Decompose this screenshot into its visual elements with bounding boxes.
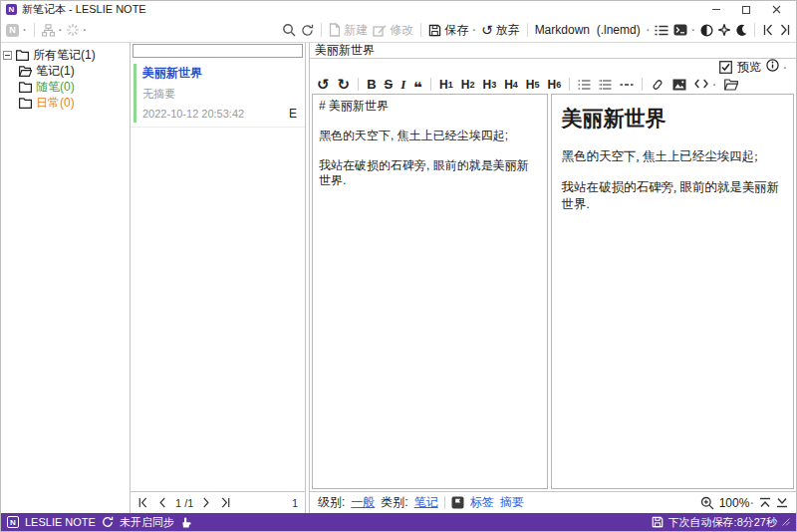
note-item-summary: 无摘要 — [142, 87, 297, 102]
image-icon[interactable] — [672, 79, 686, 91]
notebook-structure-button[interactable] — [42, 24, 63, 37]
markdown-preview: 美丽新世界 黑色的天空下, 焦土上已经尘埃四起; 我站在破损的石碑旁, 眼前的就… — [551, 94, 795, 489]
statusbar-right: 下次自动保存:8分27秒 — [652, 515, 790, 530]
new-note-button[interactable]: 新建 — [329, 22, 368, 39]
previous-page-icon[interactable] — [157, 497, 166, 508]
category-value-link[interactable]: 笔记 — [414, 494, 438, 511]
tree-item-label: 所有笔记(1) — [33, 47, 96, 64]
info-icon — [766, 59, 779, 72]
maximize-icon — [742, 6, 750, 14]
tree-item-all-notes[interactable]: 所有笔记(1) — [1, 47, 130, 63]
refresh-tree-button[interactable] — [67, 24, 87, 36]
md-h6-button[interactable]: H6 — [548, 78, 562, 92]
maximize-button[interactable] — [731, 2, 761, 18]
pin-icon — [718, 24, 730, 36]
editor-zoom-controls: 100% — [700, 496, 788, 510]
search-button[interactable] — [282, 23, 296, 37]
toolbar-separator — [34, 23, 35, 37]
note-list-item[interactable]: 美丽新世界 无摘要 2022-10-12 20:53:42 E — [131, 60, 305, 128]
md-h2-button[interactable]: H2 — [461, 78, 475, 92]
bullet-list-icon[interactable] — [578, 80, 591, 90]
save-button[interactable]: 保存 — [428, 22, 476, 39]
level-value-link[interactable]: 一般 — [351, 494, 375, 511]
terminal-button[interactable] — [673, 24, 695, 36]
minimize-button[interactable] — [701, 2, 731, 18]
category-label: 类别: — [381, 494, 407, 511]
attachment-folder-icon[interactable] — [724, 79, 738, 91]
note-info-button[interactable] — [766, 59, 787, 75]
link-icon[interactable] — [651, 78, 664, 92]
refresh-button[interactable] — [301, 24, 314, 37]
md-h4-button[interactable]: H4 — [504, 78, 518, 92]
preview-checkbox[interactable] — [719, 61, 732, 74]
scroll-to-bottom-icon[interactable] — [776, 497, 788, 508]
flag-icon[interactable] — [451, 496, 464, 509]
discard-button[interactable]: ↺ 放弃 — [481, 22, 520, 39]
collapse-panel-right-button[interactable] — [779, 24, 791, 36]
summary-link[interactable]: 摘要 — [500, 494, 524, 511]
modify-note-button[interactable]: 修改 — [373, 22, 413, 39]
tree-item-daily[interactable]: 日常(0) — [1, 95, 130, 111]
md-h5-button[interactable]: H5 — [526, 78, 540, 92]
gesture-hand-icon[interactable] — [180, 516, 192, 529]
pin-window-button[interactable] — [718, 24, 730, 36]
folder-tree-panel: 所有笔记(1) 笔记(1) 随笔(0) 日常(0) — [1, 43, 131, 513]
zoom-level[interactable]: 100% — [719, 496, 754, 510]
collapse-panel-left-button[interactable] — [762, 24, 774, 36]
note-count: 1 — [292, 497, 298, 509]
tree-item-label: 日常(0) — [36, 95, 75, 112]
md-strikethrough-button[interactable]: S — [385, 77, 394, 92]
markdown-toolbar: ↺ ↻ B S I ❝ H1 H2 H3 H4 H5 H6 — [310, 75, 796, 94]
main-toolbar: N 新建 修改 保存 ↺ 放弃 — [1, 18, 796, 43]
editor-content: # 美丽新世界 黑色的天空下, 焦土上已经尘埃四起; 我站在破损的石碑旁, 眼前… — [310, 94, 796, 491]
window-controls — [701, 2, 791, 18]
tree-item-notes[interactable]: 笔记(1) — [1, 63, 130, 79]
tags-link[interactable]: 标签 — [470, 494, 494, 511]
new-document-icon — [329, 23, 341, 37]
last-page-icon[interactable] — [220, 497, 231, 508]
tree-expander-icon[interactable] — [3, 51, 12, 60]
md-h1-button[interactable]: H1 — [439, 78, 453, 92]
close-button[interactable] — [761, 2, 791, 18]
sync-icon[interactable] — [102, 516, 114, 528]
ordered-list-icon[interactable] — [599, 80, 612, 90]
md-italic-button[interactable]: I — [400, 77, 405, 93]
note-status-bar — [133, 64, 136, 123]
format-selector[interactable]: Markdown (.lnemd) — [535, 23, 641, 37]
md-redo-button[interactable]: ↻ — [338, 80, 351, 90]
app-menu-icon: N — [6, 24, 19, 37]
md-bold-button[interactable]: B — [367, 77, 376, 92]
zoom-in-icon[interactable] — [700, 496, 714, 510]
note-item-flag: E — [289, 107, 297, 121]
note-filter-input[interactable] — [133, 44, 303, 58]
folder-icon — [19, 82, 32, 93]
md-quote-button[interactable]: ❝ — [413, 85, 422, 91]
statusbar-logo-icon: N — [7, 516, 19, 528]
night-mode-button[interactable] — [735, 24, 747, 37]
resize-grip-icon[interactable] — [782, 518, 790, 526]
note-item-meta: 2022-10-12 20:53:42 E — [142, 107, 297, 121]
note-title-input[interactable]: 美丽新世界 — [310, 43, 796, 59]
theme-contrast-button[interactable] — [700, 24, 713, 37]
note-title-text: 美丽新世界 — [315, 42, 375, 59]
status-separator — [444, 496, 445, 509]
first-page-icon[interactable] — [137, 497, 148, 508]
horizontal-rule-icon[interactable] — [620, 83, 634, 87]
md-undo-button[interactable]: ↺ — [317, 80, 330, 90]
level-label: 级别: — [318, 494, 345, 511]
format-dropdown-icon[interactable] — [646, 23, 651, 37]
terminal-icon — [673, 24, 687, 36]
code-block-button[interactable] — [694, 78, 716, 92]
md-toolbar-separator — [358, 78, 359, 91]
folder-open-icon — [19, 66, 32, 77]
next-page-icon[interactable] — [202, 497, 211, 508]
tree-item-essays[interactable]: 随笔(0) — [1, 79, 130, 95]
preview-paragraph: 我站在破损的石碑旁, 眼前的就是美丽新世界. — [562, 179, 784, 213]
md-h3-button[interactable]: H3 — [482, 78, 496, 92]
app-menu-button[interactable]: N — [6, 24, 27, 37]
markdown-source-editor[interactable]: # 美丽新世界 黑色的天空下, 焦土上已经尘埃四起; 我站在破损的石碑旁, 眼前… — [312, 94, 548, 489]
scroll-to-top-icon[interactable] — [759, 497, 771, 508]
outline-button[interactable] — [655, 25, 668, 36]
editor-options-row: 预览 — [310, 59, 796, 75]
toolbar-separator — [420, 23, 421, 37]
